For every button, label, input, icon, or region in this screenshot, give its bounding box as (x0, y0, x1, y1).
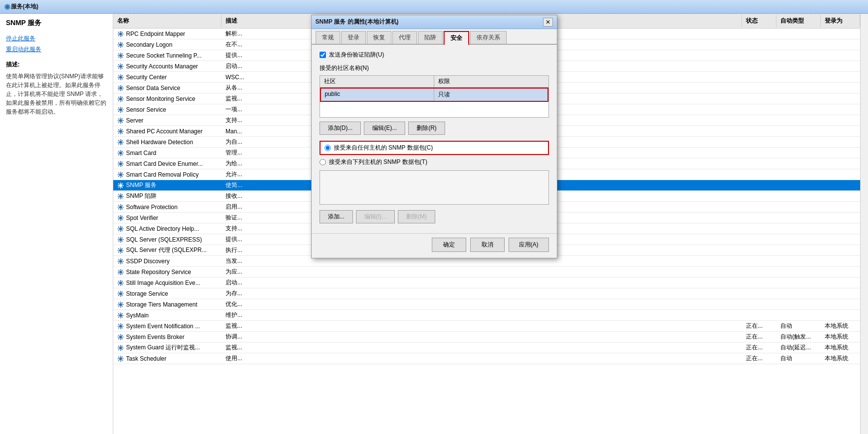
dialog-tabs: 常规登录恢复代理陷阱安全依存关系 (312, 29, 557, 45)
dialog-titlebar: SNMP 服务 的属性(本地计算机) ✕ (312, 15, 557, 29)
accept-any-host-label: 接受来自任何主机的 SNMP 数据包(C) (334, 144, 433, 152)
hosts-edit-button[interactable]: 编辑(I)... (356, 210, 395, 223)
dialog-title: SNMP 服务 的属性(本地计算机) (316, 18, 399, 26)
dialog-tab[interactable]: 代理 (392, 31, 417, 44)
snmp-accept-section: 接受来自任何主机的 SNMP 数据包(C) 接受来自下列主机的 SNMP 数据包… (320, 141, 549, 166)
community-add-button[interactable]: 添加(D)... (320, 122, 361, 135)
hosts-textarea[interactable] (320, 170, 549, 205)
col-permission: 权限 (434, 76, 548, 87)
dialog-tab[interactable]: 陷阱 (418, 31, 443, 44)
send-auth-trap-row: 发送身份验证陷阱(U) (320, 51, 549, 59)
hosts-btn-row: 添加... 编辑(I)... 删除(M) (320, 210, 549, 223)
community-btn-row: 添加(D)... 编辑(E)... 删除(R) (320, 122, 549, 135)
dialog-tab[interactable]: 登录 (341, 31, 366, 44)
accept-any-host-radio[interactable] (324, 145, 331, 151)
dialog-tab[interactable]: 依存关系 (470, 31, 507, 44)
dialog-security-tab-content: 发送身份验证陷阱(U) 接受的社区名称(N) 社区 权限 public 只读 (312, 45, 557, 233)
modal-overlay: SNMP 服务 的属性(本地计算机) ✕ 常规登录恢复代理陷阱安全依存关系 发送… (0, 0, 868, 434)
community-table-row[interactable]: public 只读 (320, 88, 548, 102)
community-permission: 只读 (434, 89, 547, 101)
send-auth-trap-label: 发送身份验证陷阱(U) (329, 51, 385, 59)
accept-list-host-row: 接受来自下列主机的 SNMP 数据包(T) (320, 158, 549, 166)
snmp-properties-dialog: SNMP 服务 的属性(本地计算机) ✕ 常规登录恢复代理陷阱安全依存关系 发送… (311, 15, 557, 258)
community-section-label: 接受的社区名称(N) (320, 64, 549, 72)
dialog-tab[interactable]: 常规 (316, 31, 340, 44)
community-table-body: public 只读 (320, 88, 548, 117)
community-delete-button[interactable]: 删除(R) (408, 122, 445, 135)
ok-button[interactable]: 确定 (432, 238, 466, 252)
send-auth-trap-checkbox[interactable] (320, 52, 326, 58)
cancel-button[interactable]: 取消 (470, 238, 505, 252)
accept-list-host-label: 接受来自下列主机的 SNMP 数据包(T) (329, 158, 427, 166)
hosts-add-button[interactable]: 添加... (320, 210, 353, 223)
community-table-header: 社区 权限 (320, 76, 548, 88)
apply-button[interactable]: 应用(A) (509, 238, 549, 252)
dialog-footer: 确定 取消 应用(A) (312, 233, 557, 258)
accept-list-host-radio[interactable] (320, 159, 326, 165)
community-section: 接受的社区名称(N) 社区 权限 public 只读 添加(D)... (320, 64, 549, 135)
col-community: 社区 (320, 76, 434, 87)
dialog-tab[interactable]: 安全 (444, 31, 469, 45)
dialog-close-button[interactable]: ✕ (543, 18, 553, 27)
dialog-tab[interactable]: 恢复 (367, 31, 391, 44)
community-edit-button[interactable]: 编辑(E)... (364, 122, 405, 135)
hosts-delete-button[interactable]: 删除(M) (398, 210, 435, 223)
community-table: 社区 权限 public 只读 (320, 75, 549, 118)
accept-any-host-row: 接受来自任何主机的 SNMP 数据包(C) (320, 141, 549, 155)
community-name: public (321, 89, 434, 101)
